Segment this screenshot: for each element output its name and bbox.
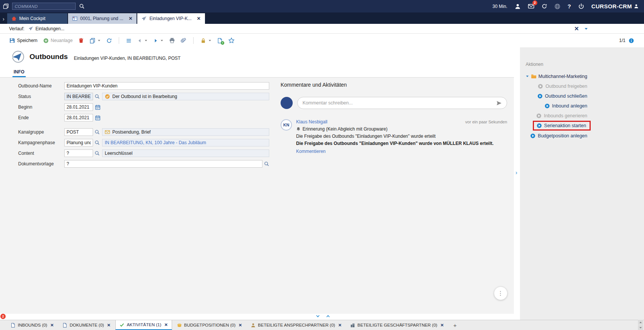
history-close-icon[interactable]: ✕	[574, 25, 579, 32]
favorite-button[interactable]	[228, 37, 234, 44]
menu-button[interactable]	[126, 38, 132, 44]
status-input[interactable]	[64, 93, 93, 100]
tab-info[interactable]: INFO	[12, 67, 26, 77]
command-input[interactable]	[12, 3, 76, 10]
add-relation-button[interactable]: +	[217, 38, 223, 44]
sidebar-collapse-icon[interactable]: ›	[515, 169, 517, 176]
delete-button[interactable]	[78, 37, 84, 44]
sync-icon[interactable]	[542, 3, 547, 9]
tab-close-icon[interactable]: ✕	[338, 323, 341, 328]
activity-line2: Die Freigabe des Outbounds "Einladungen …	[296, 141, 507, 146]
dokumentvorlage-input[interactable]	[64, 160, 262, 168]
comments-title: Kommentare und Aktivitäten	[281, 82, 507, 88]
comment-input[interactable]	[303, 100, 496, 106]
field-kampagnenphase: Kampagnenphase IN BEARBEITUNG, KN, 100 J…	[18, 139, 269, 147]
send-icon[interactable]	[496, 100, 502, 106]
add-tab-button[interactable]: +	[449, 322, 461, 328]
tab-close-icon[interactable]: ✕	[129, 16, 132, 21]
tab-close-icon[interactable]: ✕	[107, 323, 110, 328]
kanalgruppe-lookup-icon[interactable]	[95, 129, 100, 135]
new-record-button[interactable]: Neuanlage	[43, 38, 73, 44]
bottom-tab-label: DOKUMENTE (0)	[70, 323, 104, 327]
logout-icon[interactable]	[578, 3, 584, 9]
history-dropdown-icon[interactable]	[584, 27, 588, 31]
new-label: Neuanlage	[51, 38, 73, 43]
scroll-up-icon[interactable]	[638, 320, 643, 325]
save-button[interactable]: Speichern	[9, 37, 37, 44]
info-icon[interactable]	[628, 38, 634, 44]
beginn-calendar-icon[interactable]	[95, 104, 101, 110]
tab-close-icon[interactable]: ✕	[164, 322, 168, 327]
copy-button[interactable]	[90, 38, 101, 44]
kampagnenphase-input[interactable]	[64, 139, 93, 146]
caret-down-icon[interactable]	[526, 75, 529, 78]
action-outbound-schliessen[interactable]: Outbound schließen	[537, 92, 587, 100]
tab-outbound-active[interactable]: Einladungen VIP-K... ✕	[137, 13, 205, 24]
back-button[interactable]	[137, 38, 147, 43]
globe-icon[interactable]	[554, 3, 560, 9]
search-icon[interactable]	[79, 3, 85, 9]
lock-button[interactable]	[200, 38, 211, 44]
ende-date-input[interactable]	[64, 114, 93, 121]
scroll-down-icon[interactable]	[638, 325, 643, 330]
inbox-doc-icon	[11, 323, 16, 328]
forward-button[interactable]	[153, 38, 163, 43]
action-label: Inbound anlegen	[552, 103, 587, 109]
history-bar: Verlauf: Einladungen... ✕	[0, 24, 644, 34]
status-lookup-icon[interactable]	[95, 94, 100, 99]
content-lookup-icon[interactable]	[95, 151, 100, 156]
bottom-tab-label: BUDGETPOSITIONEN (0)	[184, 323, 236, 327]
help-button[interactable]: ?	[568, 3, 571, 9]
action-outbound-freigeben[interactable]: Outbound freigeben	[538, 82, 587, 90]
tab-close-icon[interactable]: ✕	[239, 323, 242, 328]
tab-mein-cockpit[interactable]: Mein Cockpit	[7, 13, 67, 24]
campaign-grid-icon	[72, 16, 78, 21]
attachment-button[interactable]	[181, 38, 186, 44]
action-serienaktion-starten[interactable]: Serienaktion starten	[533, 121, 591, 131]
action-inbounds-generieren[interactable]: Inbounds generieren	[536, 112, 587, 119]
tab-kampagne[interactable]: 0001, Planung und ... ✕	[68, 13, 137, 24]
action-budgetposition-anlegen[interactable]: Budgetposition anlegen	[530, 132, 587, 139]
outbound-name-input[interactable]	[64, 82, 269, 90]
action-group-multichannel[interactable]: Multichannel-Marketing	[526, 73, 587, 79]
tab-close-icon[interactable]: ✕	[197, 16, 201, 21]
history-label: Verlauf:	[9, 26, 25, 31]
refresh-button[interactable]	[106, 38, 112, 44]
collapse-up-icon[interactable]	[326, 314, 330, 318]
bottom-tab-geschaeftspartner[interactable]: BETEILIGTE GESCHÄFTSPARTNER (0) ✕	[346, 320, 447, 330]
dokumentvorlage-lookup-icon[interactable]	[264, 161, 269, 167]
bottom-tab-dokumente[interactable]: DOKUMENTE (0) ✕	[59, 320, 114, 330]
play-icon	[530, 133, 535, 139]
scrollbar	[638, 320, 644, 330]
tab-scroll-left-icon[interactable]: ›	[1, 16, 7, 24]
more-options-button[interactable]: ⋮	[494, 286, 507, 300]
beginn-date-input[interactable]	[64, 103, 93, 111]
collapse-down-icon[interactable]	[316, 314, 320, 318]
field-dokumentvorlage: Dokumentvorlage	[18, 160, 269, 168]
bottom-tab-aktivitaeten[interactable]: AKTIVITÄTEN (1) ✕	[115, 320, 172, 330]
user-icon[interactable]	[515, 3, 521, 9]
kampagnenphase-link[interactable]: IN BEARBEITUNG, KN, 100 Jahre - Das Jubi…	[102, 139, 269, 146]
ende-calendar-icon[interactable]	[95, 115, 101, 121]
bottom-tab-budgetpositionen[interactable]: BUDGETPOSITIONEN (0) ✕	[173, 320, 246, 330]
content-input[interactable]	[64, 149, 93, 157]
history-item[interactable]: Einladungen...	[28, 26, 65, 31]
bottom-tab-inbounds[interactable]: INBOUNDS (0) ✕	[7, 320, 57, 330]
activity-entry: KN Klaus Nesbigall vor ein paar Sekunden…	[281, 119, 507, 154]
tab-close-icon[interactable]: ✕	[50, 323, 54, 328]
kampagnenphase-lookup-icon[interactable]	[95, 140, 100, 145]
field-status: Status Der Outbound ist in Bearbeitung	[18, 92, 269, 101]
print-button[interactable]	[169, 37, 175, 44]
action-inbound-anlegen[interactable]: Inbound anlegen	[545, 102, 587, 109]
mail-icon[interactable]: 2	[528, 3, 534, 9]
action-label: Outbound schließen	[545, 93, 587, 99]
kanalgruppe-input[interactable]	[64, 128, 93, 136]
top-bar: 30 Min. 2 ? CURSOR-CRM	[0, 0, 644, 12]
author-link[interactable]: Klaus Nesbigall	[296, 119, 327, 125]
comment-action-link[interactable]: Kommentieren	[296, 149, 326, 154]
document-icon	[62, 323, 67, 328]
tab-close-icon[interactable]: ✕	[440, 323, 444, 328]
bottom-tab-ansprechpartner[interactable]: BETEILIGTE ANSPRECHPARTNER (0) ✕	[247, 320, 345, 330]
app-window-icon[interactable]	[3, 3, 9, 9]
field-ende: Ende	[18, 114, 269, 122]
